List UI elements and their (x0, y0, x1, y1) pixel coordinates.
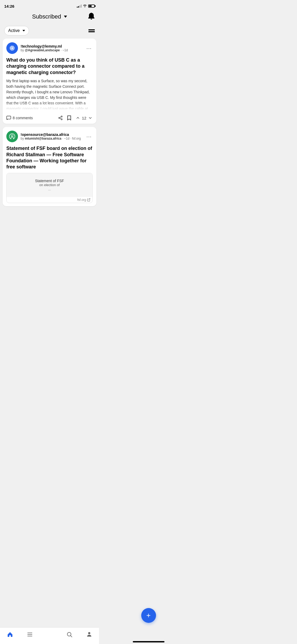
filter-bar: Active (0, 24, 99, 39)
layout-toggle-button[interactable] (88, 29, 95, 32)
community-meta: by mtumishi@baraza.africa · ~1d · fsf.or… (21, 137, 81, 140)
status-bar: 14:26 (0, 0, 99, 11)
wifi-icon (83, 4, 87, 8)
post-more-button[interactable]: ··· (85, 45, 93, 51)
post-comments-button[interactable]: 8 comments (6, 116, 33, 120)
svg-rect-1 (11, 47, 13, 49)
community-avatar (6, 131, 18, 142)
signal-icon (77, 4, 82, 8)
post-card: !technology@lemmy.ml by @AgreeableLandsc… (3, 39, 96, 124)
post-header: !opensource@baraza.africa by mtumishi@ba… (6, 131, 93, 142)
post-community-info[interactable]: !opensource@baraza.africa by mtumishi@ba… (6, 131, 85, 142)
post-header: !technology@lemmy.ml by @AgreeableLandsc… (6, 42, 93, 54)
downvote-button[interactable] (88, 116, 93, 120)
svg-point-16 (59, 117, 60, 119)
svg-line-18 (60, 118, 61, 119)
community-meta: by @AgreeableLandscape · ~1d (21, 48, 68, 52)
svg-point-20 (11, 135, 13, 137)
battery-icon (88, 4, 95, 8)
header-title-area[interactable]: Subscribed (32, 13, 67, 20)
filter-chevron-icon (22, 30, 25, 31)
post-title: Statement of FSF board on election of Ri… (6, 145, 93, 170)
community-name: !technology@lemmy.ml (21, 44, 68, 48)
post-community-info[interactable]: !technology@lemmy.ml by @AgreeableLandsc… (6, 42, 85, 54)
vote-count: 12 (82, 116, 86, 120)
header-title: Subscribed (32, 13, 61, 20)
status-time: 14:26 (4, 4, 14, 8)
link-preview[interactable]: Statement of FSF on election of ... fsf.… (6, 173, 93, 203)
svg-point-15 (61, 116, 63, 117)
filter-label: Active (8, 28, 20, 33)
posts-list: !technology@lemmy.ml by @AgreeableLandsc… (0, 39, 99, 206)
status-icons (77, 4, 95, 8)
community-text-info: !opensource@baraza.africa by mtumishi@ba… (21, 132, 81, 140)
post-save-button[interactable] (67, 115, 71, 121)
community-avatar (6, 42, 18, 54)
svg-line-19 (60, 117, 61, 118)
page-header: Subscribed (0, 11, 99, 24)
community-name: !opensource@baraza.africa (21, 132, 81, 137)
svg-point-17 (61, 119, 63, 120)
active-filter-dropdown[interactable]: Active (4, 26, 29, 35)
link-preview-image: Statement of FSF on election of ... (7, 173, 92, 197)
post-card: !opensource@baraza.africa by mtumishi@ba… (3, 127, 96, 206)
post-footer: 8 comments (6, 113, 93, 121)
post-more-button[interactable]: ··· (85, 134, 93, 140)
post-title: What do you think of USB C as a charging… (6, 57, 93, 76)
chevron-down-icon (64, 16, 67, 18)
svg-rect-14 (7, 116, 11, 119)
upvote-button[interactable] (76, 116, 80, 120)
post-share-button[interactable] (58, 116, 63, 120)
community-text-info: !technology@lemmy.ml by @AgreeableLandsc… (21, 44, 68, 52)
post-body: My first laptop was a Surface, so was my… (6, 78, 93, 110)
post-vote-section: 12 (76, 116, 93, 120)
link-preview-domain: fsf.org (7, 197, 92, 203)
bell-icon[interactable] (88, 13, 95, 22)
